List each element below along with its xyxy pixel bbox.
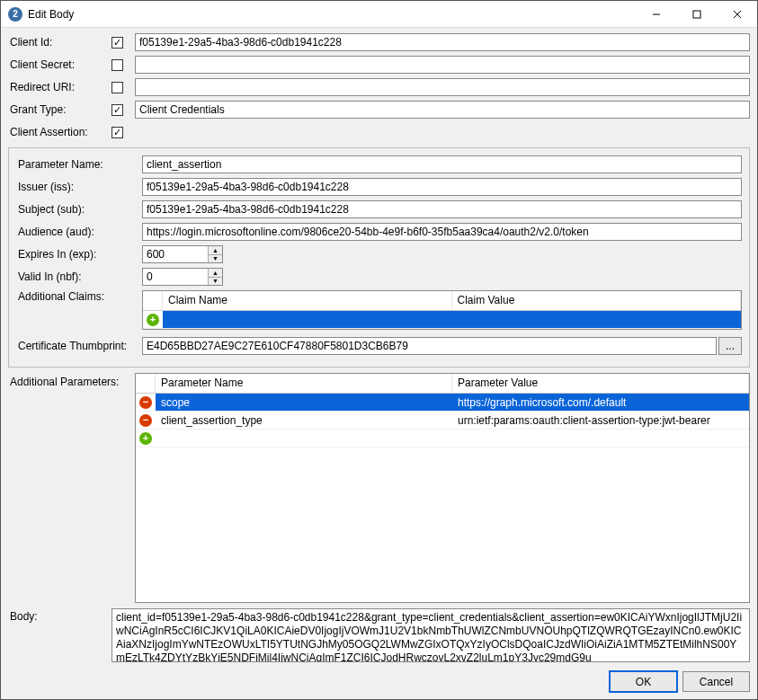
client-secret-label: Client Secret:	[8, 58, 111, 71]
spin-down-icon[interactable]: ▼	[209, 255, 222, 263]
cancel-button[interactable]: Cancel	[682, 671, 750, 692]
table-row[interactable]: client_assertion_typeurn:ietf:params:oau…	[136, 412, 749, 430]
browse-certificate-button[interactable]: ...	[718, 337, 742, 355]
param-value-cell: https://graph.microsoft.com/.default	[452, 394, 749, 411]
grant-type-label: Grant Type:	[8, 103, 111, 116]
grant-type-checkbox[interactable]	[111, 104, 123, 116]
claims-new-row[interactable]	[143, 311, 741, 329]
add-claim-icon[interactable]	[147, 314, 159, 326]
client-assertion-label: Client Assertion:	[8, 126, 111, 138]
maximize-button[interactable]	[676, 1, 717, 27]
claim-value-header: Claim Value	[452, 291, 742, 310]
minimize-button[interactable]	[636, 1, 676, 27]
app-icon: 2	[8, 7, 22, 22]
body-text[interactable]: client_id=f05139e1-29a5-4ba3-98d6-c0db19…	[111, 608, 750, 662]
delete-param-icon[interactable]	[139, 396, 152, 409]
grant-type-input[interactable]: Client Credentials	[135, 101, 750, 119]
param-name-header: Parameter Name	[156, 374, 452, 393]
issuer-input[interactable]: f05139e1-29a5-4ba3-98d6-c0db1941c228	[142, 178, 742, 196]
param-value-cell: urn:ietf:params:oauth:client-assertion-t…	[452, 412, 749, 429]
parameter-name-label: Parameter Name:	[16, 158, 142, 171]
param-name-cell: scope	[156, 394, 452, 411]
titlebar[interactable]: 2 Edit Body	[1, 1, 757, 28]
ok-button[interactable]: OK	[610, 671, 677, 692]
certificate-thumbprint-label: Certificate Thumbprint:	[16, 340, 142, 352]
client-id-checkbox[interactable]	[111, 37, 123, 49]
additional-parameters-grid[interactable]: Parameter Name Parameter Value scopehttp…	[135, 373, 750, 603]
body-label: Body:	[8, 608, 111, 662]
additional-claims-label: Additional Claims:	[16, 290, 142, 303]
expires-in-spinner[interactable]: 600 ▲▼	[142, 245, 223, 263]
param-value-header: Parameter Value	[452, 374, 749, 393]
additional-parameters-label: Additional Parameters:	[8, 373, 135, 603]
spin-up-icon[interactable]: ▲	[209, 246, 222, 255]
client-id-input[interactable]: f05139e1-29a5-4ba3-98d6-c0db1941c228	[135, 33, 750, 51]
valid-in-spinner[interactable]: 0 ▲▼	[142, 268, 223, 286]
table-row[interactable]: scopehttps://graph.microsoft.com/.defaul…	[136, 394, 749, 412]
valid-in-label: Valid In (nbf):	[16, 270, 142, 283]
delete-param-icon[interactable]	[139, 414, 152, 427]
client-secret-checkbox[interactable]	[111, 59, 123, 71]
spin-up-icon[interactable]: ▲	[209, 269, 222, 278]
client-id-label: Client Id:	[8, 36, 111, 49]
claim-name-header: Claim Name	[163, 291, 452, 310]
param-name-cell: client_assertion_type	[156, 412, 452, 429]
subject-input[interactable]: f05139e1-29a5-4ba3-98d6-c0db1941c228	[142, 200, 742, 218]
spin-down-icon[interactable]: ▼	[209, 278, 222, 286]
issuer-label: Issuer (iss):	[16, 181, 142, 193]
client-secret-input[interactable]	[135, 56, 750, 74]
redirect-uri-checkbox[interactable]	[111, 82, 123, 93]
edit-body-dialog: 2 Edit Body Client Id: f05139e1-29a5-4ba…	[0, 0, 758, 700]
svg-rect-1	[693, 11, 700, 18]
audience-input[interactable]: https://login.microsoftonline.com/9806ce…	[142, 223, 742, 241]
audience-label: Audience (aud):	[16, 226, 142, 238]
params-new-row[interactable]	[136, 430, 749, 447]
close-button[interactable]	[717, 1, 757, 27]
client-assertion-panel: Parameter Name: client_assertion Issuer …	[8, 147, 750, 368]
redirect-uri-input[interactable]	[135, 78, 750, 96]
client-assertion-checkbox[interactable]	[111, 127, 123, 138]
parameter-name-input[interactable]: client_assertion	[142, 155, 742, 173]
window-title: Edit Body	[28, 8, 636, 21]
certificate-thumbprint-input[interactable]: E4D65BBD27AE9C27E610CF47880F5801D3CB6B79	[142, 337, 717, 355]
redirect-uri-label: Redirect URI:	[8, 81, 111, 93]
add-param-icon[interactable]	[139, 432, 152, 445]
subject-label: Subject (sub):	[16, 203, 142, 216]
additional-claims-grid[interactable]: Claim Name Claim Value	[142, 290, 742, 330]
expires-in-label: Expires In (exp):	[16, 248, 142, 261]
